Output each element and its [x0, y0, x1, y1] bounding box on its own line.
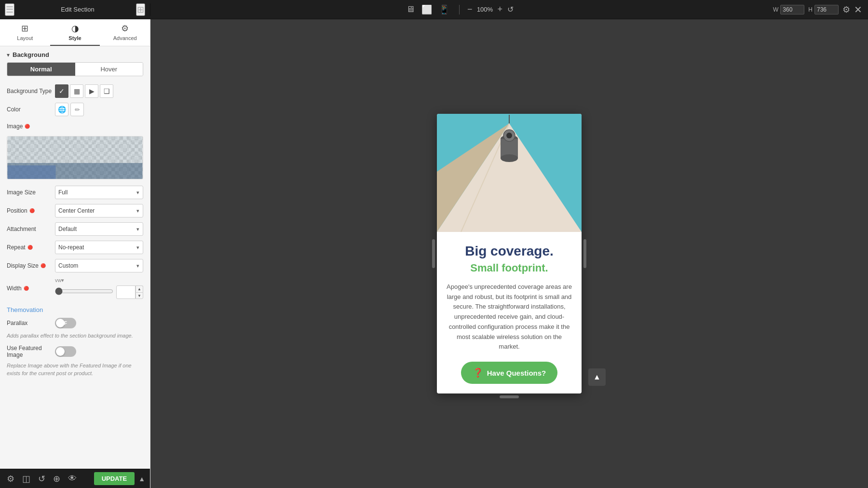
themovation-link[interactable]: Themovation [0, 301, 150, 315]
preview-body: Big coverage. Small footprint. Apogee's … [437, 232, 582, 394]
close-btn[interactable]: ✕ [854, 4, 862, 15]
resize-handle-bottom[interactable] [500, 395, 519, 398]
height-dimension: H [808, 5, 839, 14]
zoom-out-btn[interactable]: − [467, 4, 473, 14]
resize-handle-right[interactable] [583, 239, 586, 268]
bg-type-gradient-btn[interactable]: ▦ [70, 84, 83, 98]
state-tab-hover[interactable]: Hover [75, 63, 143, 76]
section-title: Background [13, 51, 49, 58]
width-row: Width 🔴 vw▾ ▲ ▼ [0, 275, 150, 301]
bg-type-color-btn[interactable]: ✓ [55, 84, 68, 98]
width-number-wrapper: ▲ ▼ [116, 285, 143, 299]
top-bar-left: ☰ Edit Section ⊞ [0, 3, 150, 16]
preview-toolbar-btn[interactable]: 👁 [66, 472, 79, 486]
svg-point-13 [501, 154, 518, 162]
section-toggle-icon[interactable]: ▾ [7, 52, 10, 58]
display-size-row: Display Size 🔴 Custom [0, 257, 150, 275]
width-range-input[interactable] [55, 287, 113, 295]
position-row: Position 🔴 Center Center [0, 202, 150, 220]
repeat-controls: No-repeat [55, 241, 143, 254]
width-controls: vw▾ ▲ ▼ [55, 277, 143, 299]
left-panel: ⊞ Layout ◑ Style ⚙ Advanced ▾ Background… [0, 19, 150, 488]
width-spin-up[interactable]: ▲ [136, 285, 143, 292]
preview-cta-button[interactable]: ❓ Have Questions? [461, 362, 558, 384]
settings-btn[interactable]: ⚙ [842, 4, 850, 15]
templates-toolbar-btn[interactable]: ⊕ [51, 472, 62, 486]
image-preview[interactable] [7, 136, 143, 179]
attachment-select[interactable]: Default [55, 222, 143, 236]
desktop-btn[interactable]: 🖥 [404, 2, 417, 16]
preview-title: Big coverage. [447, 244, 572, 259]
image-size-controls: Full [55, 186, 143, 199]
tab-style[interactable]: ◑ Style [50, 19, 100, 46]
image-size-row: Image Size Full [0, 183, 150, 202]
featured-toggle[interactable]: No [55, 346, 76, 357]
settings-toolbar-btn[interactable]: ⚙ [5, 472, 16, 486]
update-button[interactable]: UPDATE [94, 472, 135, 485]
bg-type-controls: ✓ ▦ ▶ ❑ [55, 84, 143, 98]
divider [459, 5, 460, 14]
width-label: Width 🔴 [7, 285, 55, 292]
width-number-input[interactable] [116, 285, 136, 299]
repeat-select[interactable]: No-repeat [55, 241, 143, 254]
width-slider-row: ▲ ▼ [55, 285, 143, 299]
preview-hero-image [437, 114, 582, 232]
tab-layout[interactable]: ⊞ Layout [0, 19, 50, 46]
parallax-hint: Adds parallax effect to the section back… [0, 331, 150, 342]
attachment-controls: Default [55, 222, 143, 236]
mobile-btn[interactable]: 📱 [437, 2, 451, 17]
parallax-toggle-label: OFF [57, 321, 67, 326]
zoom-value: 100% [475, 6, 495, 13]
bg-type-slideshow-btn[interactable]: ❑ [100, 84, 113, 98]
color-label: Color [7, 106, 55, 113]
advanced-icon: ⚙ [121, 23, 129, 34]
bg-type-video-btn[interactable]: ▶ [85, 84, 98, 98]
height-label: H [808, 6, 813, 13]
undo-btn[interactable]: ↺ [507, 5, 514, 14]
eyedropper-btn[interactable]: ✏ [70, 103, 84, 116]
preview-subtitle: Small footprint. [447, 262, 572, 274]
attachment-label: Attachment [7, 226, 55, 232]
height-input[interactable] [814, 5, 839, 14]
display-size-select[interactable]: Custom [55, 259, 143, 272]
state-tab-normal[interactable]: Normal [7, 63, 75, 76]
state-tabs: Normal Hover [7, 62, 143, 76]
scroll-up-button[interactable]: ▲ [588, 368, 606, 386]
grid-icon[interactable]: ⊞ [136, 3, 145, 16]
width-spinners: ▲ ▼ [136, 285, 143, 299]
repeat-label: Repeat 🔴 [7, 244, 55, 251]
collapse-btn[interactable]: ▲ [138, 475, 145, 483]
svg-point-16 [506, 133, 512, 138]
display-size-label: Display Size 🔴 [7, 262, 55, 269]
attachment-row: Attachment Default [0, 220, 150, 238]
layers-toolbar-btn[interactable]: ◫ [20, 472, 32, 486]
repeat-row: Repeat 🔴 No-repeat [0, 238, 150, 257]
resize-handle-left[interactable] [432, 239, 435, 268]
image-preview-svg [7, 136, 143, 179]
top-bar-right: W H ⚙ ✕ [767, 4, 868, 15]
bottom-toolbar: ⚙ ◫ ↺ ⊕ 👁 UPDATE ▲ [0, 469, 150, 488]
position-link-icon: 🔴 [29, 208, 35, 213]
image-size-select[interactable]: Full [55, 186, 143, 199]
main-content: ⊞ Layout ◑ Style ⚙ Advanced ▾ Background… [0, 19, 868, 488]
zoom-controls: − 100% + [467, 4, 502, 14]
repeat-link-icon: 🔴 [27, 245, 33, 250]
tab-advanced[interactable]: ⚙ Advanced [100, 19, 150, 46]
width-dimension: W [773, 5, 804, 14]
history-toolbar-btn[interactable]: ↺ [36, 472, 47, 486]
parallax-row: Parallax OFF [0, 315, 150, 331]
width-spin-down[interactable]: ▼ [136, 292, 143, 299]
featured-hint: Replace Image above with the Featured Im… [0, 361, 150, 380]
top-bar: ☰ Edit Section ⊞ 🖥 ⬜ 📱 − 100% + ↺ W H ⚙ … [0, 0, 868, 19]
parallax-toggle[interactable]: OFF [55, 318, 76, 328]
image-link-icon: 🔴 [25, 124, 30, 129]
color-globe-btn[interactable]: 🌐 [55, 103, 68, 116]
zoom-in-btn[interactable]: + [498, 4, 503, 14]
position-select[interactable]: Center Center [55, 204, 143, 217]
canvas-area: Big coverage. Small footprint. Apogee's … [150, 19, 868, 488]
position-controls: Center Center [55, 204, 143, 217]
hamburger-icon[interactable]: ☰ [5, 3, 14, 16]
tablet-btn[interactable]: ⬜ [420, 2, 434, 17]
width-input[interactable] [780, 5, 804, 14]
preview-btn-label: Have Questions? [487, 369, 546, 377]
